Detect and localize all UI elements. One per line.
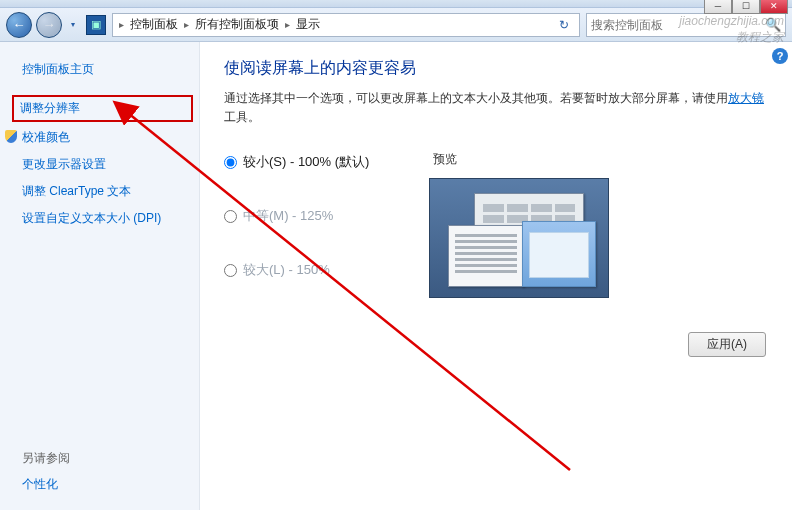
radio-medium[interactable] <box>224 210 237 223</box>
help-icon[interactable]: ? <box>772 48 788 64</box>
radio-label: 较小(S) - 100% (默认) <box>243 153 369 171</box>
scale-option-large[interactable]: 较大(L) - 150% <box>224 261 369 279</box>
sidebar-seealso-heading: 另请参阅 <box>0 446 199 471</box>
breadcrumb-sep: ▸ <box>117 19 126 30</box>
watermark: jiaochengzhijia.com 教程之家 <box>679 14 784 45</box>
radio-large[interactable] <box>224 264 237 277</box>
minimize-button[interactable]: ─ <box>704 0 732 14</box>
titlebar: ─ ☐ ✕ <box>0 0 792 8</box>
watermark-url: jiaochengzhijia.com <box>679 14 784 30</box>
nav-back-button[interactable]: ← <box>6 12 32 38</box>
breadcrumb-item[interactable]: 控制面板 <box>128 16 180 33</box>
main-area: 控制面板主页 调整分辨率 校准颜色 更改显示器设置 调整 ClearType 文… <box>0 42 792 510</box>
radio-label: 中等(M) - 125% <box>243 207 333 225</box>
refresh-icon[interactable]: ↻ <box>553 18 575 32</box>
nav-history-dropdown[interactable]: ▾ <box>66 13 80 37</box>
page-description: 通过选择其中一个选项，可以更改屏幕上的文本大小及其他项。若要暂时放大部分屏幕，请… <box>224 89 772 127</box>
magnifier-link[interactable]: 放大镜 <box>728 91 764 105</box>
shield-icon <box>4 129 18 143</box>
preview-window <box>522 221 596 287</box>
desc-text: 工具。 <box>224 110 260 124</box>
sidebar-item-resolution[interactable]: 调整分辨率 <box>12 95 193 122</box>
sidebar-item-label: 校准颜色 <box>22 130 70 144</box>
breadcrumb-item[interactable]: 显示 <box>294 16 322 33</box>
address-icon: ▣ <box>86 15 106 35</box>
breadcrumb-sep: ▸ <box>182 19 191 30</box>
close-button[interactable]: ✕ <box>760 0 788 14</box>
sidebar-seealso-personalize[interactable]: 个性化 <box>0 471 199 498</box>
apply-button[interactable]: 应用(A) <box>688 332 766 357</box>
sidebar-home-link[interactable]: 控制面板主页 <box>0 56 199 83</box>
toolbar: ← → ▾ ▣ ▸ 控制面板 ▸ 所有控制面板项 ▸ 显示 ↻ 🔍 <box>0 8 792 42</box>
page-title: 使阅读屏幕上的内容更容易 <box>224 58 772 79</box>
maximize-button[interactable]: ☐ <box>732 0 760 14</box>
preview-label: 预览 <box>429 151 609 168</box>
radio-label: 较大(L) - 150% <box>243 261 330 279</box>
sidebar-item-display-settings[interactable]: 更改显示器设置 <box>0 151 199 178</box>
sidebar-item-custom-dpi[interactable]: 设置自定义文本大小 (DPI) <box>0 205 199 232</box>
scale-option-small[interactable]: 较小(S) - 100% (默认) <box>224 153 369 171</box>
preview-window <box>448 225 524 287</box>
sidebar: 控制面板主页 调整分辨率 校准颜色 更改显示器设置 调整 ClearType 文… <box>0 42 200 510</box>
preview-image <box>429 178 609 298</box>
sidebar-item-cleartype[interactable]: 调整 ClearType 文本 <box>0 178 199 205</box>
content-area: ? 使阅读屏幕上的内容更容易 通过选择其中一个选项，可以更改屏幕上的文本大小及其… <box>200 42 792 510</box>
desc-text: 通过选择其中一个选项，可以更改屏幕上的文本大小及其他项。若要暂时放大部分屏幕，请… <box>224 91 728 105</box>
scale-options: 较小(S) - 100% (默认) 中等(M) - 125% 较大(L) - 1… <box>224 151 772 298</box>
scale-option-medium[interactable]: 中等(M) - 125% <box>224 207 369 225</box>
breadcrumb-sep: ▸ <box>283 19 292 30</box>
nav-forward-button[interactable]: → <box>36 12 62 38</box>
breadcrumb[interactable]: ▸ 控制面板 ▸ 所有控制面板项 ▸ 显示 ↻ <box>112 13 580 37</box>
breadcrumb-item[interactable]: 所有控制面板项 <box>193 16 281 33</box>
radio-small[interactable] <box>224 156 237 169</box>
watermark-text: 教程之家 <box>679 30 784 46</box>
sidebar-item-calibrate-color[interactable]: 校准颜色 <box>0 124 199 151</box>
